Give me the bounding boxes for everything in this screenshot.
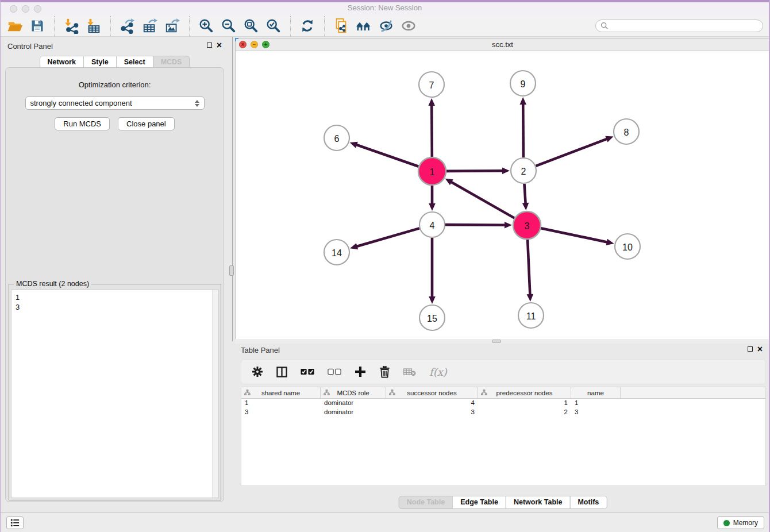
table-cell[interactable]: dominator <box>321 408 386 417</box>
table-cell[interactable]: dominator <box>321 399 386 408</box>
table-cell[interactable]: 1 <box>571 399 621 408</box>
titlebar: Session: New Session <box>1 0 769 16</box>
float-panel-icon[interactable] <box>748 346 753 352</box>
column-header-predecessor-nodes[interactable]: predecessor nodes <box>478 387 571 398</box>
task-history-button[interactable] <box>6 516 24 529</box>
add-row-icon[interactable] <box>355 366 366 377</box>
import-table-icon[interactable] <box>85 17 102 34</box>
edge-arrowhead <box>428 98 435 106</box>
zoom-in-icon[interactable] <box>198 17 215 34</box>
graph-node-label: 6 <box>334 134 340 144</box>
settings-gear-icon[interactable] <box>252 366 263 377</box>
export-network-icon[interactable] <box>119 17 136 34</box>
zoom-out-icon[interactable] <box>220 17 237 34</box>
select-all-checkboxes-icon[interactable] <box>301 368 314 375</box>
graph-edge-4-3[interactable] <box>445 225 506 225</box>
column-header-successor-nodes[interactable]: successor nodes <box>386 387 478 398</box>
refresh-layout-icon[interactable] <box>299 17 316 34</box>
main-toolbar <box>1 16 769 37</box>
mcds-tab-content: Optimization criterion: strongly connect… <box>5 67 224 502</box>
graph-node-label: 8 <box>624 128 629 137</box>
graph-edge-1-7[interactable] <box>432 105 432 157</box>
graph-edge-1-2[interactable] <box>446 171 503 171</box>
mcds-result-text: 1 3 <box>11 290 218 314</box>
graph-edge-3-10[interactable] <box>541 228 607 242</box>
graph-edge-4-14[interactable] <box>356 228 419 246</box>
run-mcds-button[interactable]: Run MCDS <box>55 117 110 130</box>
export-image-icon[interactable] <box>164 17 181 34</box>
homes-icon[interactable] <box>355 17 372 34</box>
sort-tree-icon <box>324 390 330 396</box>
search-field[interactable] <box>595 20 763 32</box>
table-cell[interactable]: 4 <box>386 399 478 408</box>
memory-button[interactable]: Memory <box>717 516 764 529</box>
sort-tree-icon <box>389 390 395 396</box>
vertical-splitter[interactable] <box>229 37 235 512</box>
horizontal-splitter[interactable] <box>235 339 770 344</box>
network-canvas[interactable]: 7968124314101511 <box>236 51 769 339</box>
column-header-name[interactable]: name <box>571 387 621 398</box>
table-cell[interactable]: 3 <box>571 408 621 417</box>
table-cell[interactable]: 3 <box>386 408 478 417</box>
sort-tree-icon <box>244 390 251 396</box>
result-scrollbar[interactable] <box>212 290 218 498</box>
table-header-row: shared nameMCDS rolesuccessor nodesprede… <box>241 387 765 399</box>
column-header-mcds-role[interactable]: MCDS role <box>321 387 386 398</box>
eye-slash-icon[interactable] <box>378 17 395 34</box>
table-cell[interactable]: 1 <box>478 399 571 408</box>
column-header-label: predecessor nodes <box>496 390 553 396</box>
duplicate-network-icon[interactable] <box>333 17 350 34</box>
open-folder-icon[interactable] <box>6 17 24 34</box>
toggle-columns-icon[interactable] <box>276 367 287 377</box>
search-input[interactable] <box>611 22 758 30</box>
sort-tree-icon <box>481 390 487 396</box>
column-header-shared-name[interactable]: shared name <box>241 387 321 398</box>
export-table-icon[interactable] <box>141 17 159 34</box>
network-window-titlebar[interactable]: × − + scc.txt <box>236 38 769 51</box>
splitter-grip[interactable] <box>229 265 234 276</box>
mcds-result-area[interactable]: 1 3 <box>11 290 219 498</box>
graph-node-label: 10 <box>622 242 633 252</box>
table-row[interactable]: 3dominator323 <box>241 408 765 417</box>
splitter-grip[interactable] <box>492 340 501 343</box>
tab-motifs[interactable]: Motifs <box>569 496 607 509</box>
close-panel-button[interactable]: Close panel <box>118 117 175 130</box>
column-header-label: shared name <box>261 390 300 396</box>
graph-edge-3-1[interactable] <box>451 182 514 218</box>
table-cell[interactable]: 2 <box>478 408 571 417</box>
deselect-all-checkboxes-icon[interactable] <box>328 368 341 375</box>
zoom-selected-icon[interactable] <box>265 17 282 34</box>
edge-arrowhead <box>505 222 512 229</box>
graph-edge-2-9[interactable] <box>523 103 523 157</box>
function-builder-icon[interactable]: f(x) <box>429 366 447 378</box>
edge-arrowhead <box>605 136 613 142</box>
mcds-result-group: MCDS result (2 nodes) 1 3 <box>9 284 221 500</box>
graph-edge-3-11[interactable] <box>528 240 530 295</box>
table-cell[interactable]: 3 <box>241 408 321 417</box>
graph-node-label: 4 <box>430 221 435 230</box>
delete-table-icon[interactable] <box>403 368 416 376</box>
float-panel-icon[interactable] <box>207 43 212 48</box>
tab-node-table[interactable]: Node Table <box>399 496 453 509</box>
graph-edge-1-6[interactable] <box>356 145 418 167</box>
edge-arrowhead <box>606 239 614 245</box>
graph-edge-2-3[interactable] <box>524 184 525 204</box>
criterion-dropdown[interactable]: strongly connected component <box>25 97 205 110</box>
table-panel: Table Panel × <box>235 344 770 512</box>
criterion-value: strongly connected component <box>30 99 132 107</box>
save-icon[interactable] <box>29 17 46 34</box>
toolbar-separator <box>189 16 190 36</box>
zoom-fit-icon[interactable] <box>242 17 260 34</box>
close-panel-icon[interactable]: × <box>217 43 222 48</box>
table-cell[interactable]: 1 <box>241 399 321 408</box>
eye-icon[interactable] <box>400 17 417 34</box>
table-row[interactable]: 1dominator411 <box>241 399 765 408</box>
tab-network-table[interactable]: Network Table <box>506 496 571 509</box>
close-panel-icon[interactable]: × <box>757 346 763 352</box>
edge-arrowhead <box>350 243 358 249</box>
graph-edge-2-8[interactable] <box>536 138 608 165</box>
delete-row-trash-icon[interactable] <box>379 366 390 378</box>
import-network-icon[interactable] <box>63 17 80 34</box>
tab-edge-table[interactable]: Edge Table <box>452 496 506 509</box>
graph-node-label: 14 <box>332 248 342 258</box>
